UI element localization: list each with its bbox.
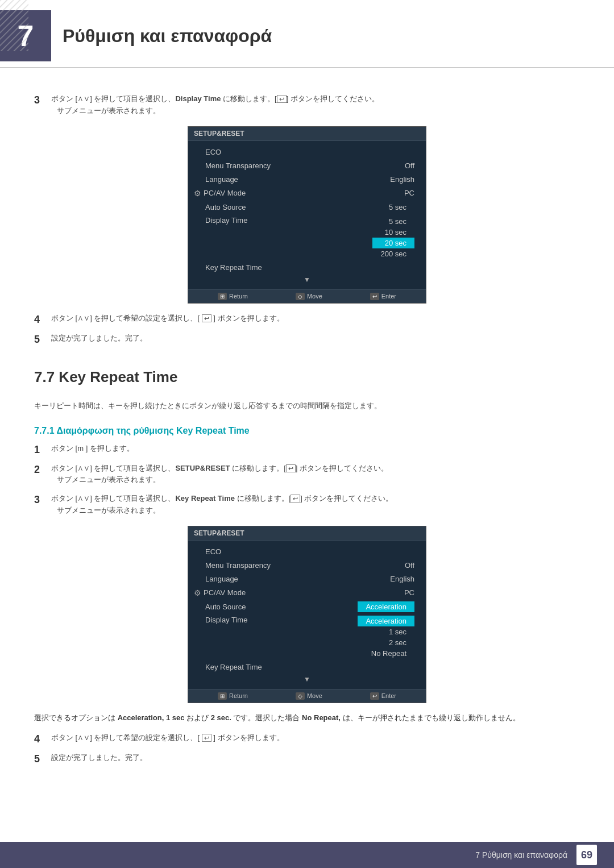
footer-chapter-label: 7 Ρύθμιση και επαναφορά <box>475 850 567 859</box>
page-header: 7 Ρύθμιση και επαναφορά <box>0 0 614 68</box>
note-text: 選択できるオプションは Acceleration, 1 sec および 2 se… <box>34 712 580 724</box>
menu2-keyrepeat-submenu: Acceleration 1 sec 2 sec No Repeat <box>358 616 414 659</box>
menu2-row-eco: ECO <box>188 545 426 559</box>
menu2-body: ECO Menu Transparency Off Language Engli… <box>188 541 426 689</box>
move-label: Move <box>307 293 322 300</box>
menu2-row-autosource: Auto Source Acceleration <box>188 600 426 614</box>
submenu2-acceleration-opt: Acceleration <box>358 616 414 626</box>
step-number-5a: 5 <box>34 334 51 346</box>
menu1-submenu: 5 sec <box>381 202 414 213</box>
submenu1-200sec: 200 sec <box>372 248 414 259</box>
menu1-row-autosource: Auto Source 5 sec <box>188 200 426 214</box>
menu-screenshot-1: SETUP&RESET ECO Menu Transparency Off La… <box>188 126 426 304</box>
menu1-row-eco: ECO <box>188 146 426 159</box>
menu1-title: SETUP&RESET <box>188 127 426 141</box>
menu1-row-keyrepeat: Key Repeat Time <box>188 261 426 275</box>
step-5-keyrepeat: 5 設定が完了しました。完了。 <box>34 752 580 765</box>
section-77-heading: 7.7 Key Repeat Time <box>34 368 580 391</box>
return-label: Return <box>229 293 248 300</box>
footer2-return: ⊞ Return <box>218 692 248 700</box>
step-1-keyrepeat: 1 ボタン [m ] を押します。 <box>34 443 580 456</box>
step-4-display-text: ボタン [∧∨] を押して希望の設定を選択し、[ ↩ ] ボタンを押します。 <box>51 313 580 325</box>
subsection-771-heading: 7.7.1 Διαμόρφωση της ρύθμισης Key Repeat… <box>34 426 580 436</box>
footer-enter: ↩ Enter <box>370 293 396 300</box>
svg-rect-1 <box>0 0 28 51</box>
footer2-move: ◇ Move <box>296 692 322 700</box>
return-label-2: Return <box>229 692 248 699</box>
footer-page-number: 69 <box>576 845 597 865</box>
menu1-footer: ⊞ Return ◇ Move ↩ Enter <box>188 289 426 303</box>
return-icon-2: ⊞ <box>218 692 227 700</box>
step-5-display-text: 設定が完了しました。完了。 <box>51 333 580 344</box>
step-3-keyrepeat: 3 ボタン [∧∨] を押して項目を選択し、Key Repeat Time に移… <box>34 493 580 517</box>
submenu2-1sec: 1 sec <box>358 626 414 637</box>
menu1-row-pcav: ⚙ PC/AV Mode PC <box>188 186 426 200</box>
menu1-row-language: Language English <box>188 173 426 186</box>
footer2-enter: ↩ Enter <box>370 692 396 700</box>
return-icon: ⊞ <box>218 293 227 300</box>
step-3-display: 3 ボタン [∧∨] を押して項目を選択し、Display Time に移動しま… <box>34 93 580 117</box>
submenu2-norepeat: No Repeat <box>358 648 414 659</box>
step-4-keyrepeat: 4 ボタン [∧∨] を押して希望の設定を選択し、[ ↩ ] ボタンを押します。 <box>34 732 580 745</box>
step-3-keyrepeat-text: ボタン [∧∨] を押して項目を選択し、Key Repeat Time に移動し… <box>51 493 580 517</box>
menu1-row-displaytime: Display Time 5 sec 10 sec 20 sec 200 sec <box>188 214 426 261</box>
submenu1-20sec: 20 sec <box>372 238 414 248</box>
menu-screenshot-2: SETUP&RESET ECO Menu Transparency Off La… <box>188 526 426 703</box>
scroll-down-indicator: ▼ <box>188 275 426 285</box>
menu2-title: SETUP&RESET <box>188 526 426 541</box>
enter-icon: ↩ <box>370 293 379 300</box>
menu2-row-language: Language English <box>188 572 426 586</box>
gear-icon-2: ⚙ <box>194 588 201 597</box>
submenu2-acceleration: Acceleration <box>358 601 414 612</box>
section-77-paragraph: キーリピート時間は、キーを押し続けたときにボタンが繰り返し応答するまでの時間間隔… <box>34 400 580 412</box>
step-number-3a: 3 <box>34 94 51 106</box>
main-content: 3 ボタン [∧∨] を押して項目を選択し、Display Time に移動しま… <box>0 68 614 817</box>
step-2-keyrepeat-text: ボタン [∧∨] を押して項目を選択し、SETUP&RESET に移動します。[… <box>51 463 580 487</box>
menu1-display-submenu: 5 sec 10 sec 20 sec 200 sec <box>372 216 414 259</box>
footer-return: ⊞ Return <box>218 293 248 300</box>
step-number-4b: 4 <box>34 733 51 745</box>
page-footer: 7 Ρύθμιση και επαναφορά 69 <box>0 842 614 868</box>
step-number-5b: 5 <box>34 753 51 765</box>
menu2-row-transparency: Menu Transparency Off <box>188 559 426 572</box>
scroll-down-indicator-2: ▼ <box>188 674 426 684</box>
step-number-4a: 4 <box>34 314 51 326</box>
step-1-keyrepeat-text: ボタン [m ] を押します。 <box>51 443 580 455</box>
gear-icon-1: ⚙ <box>194 189 201 198</box>
footer-move: ◇ Move <box>296 293 322 300</box>
chapter-title: Ρύθμιση και επαναφορά <box>63 26 272 47</box>
enter-label: Enter <box>381 293 396 300</box>
move-label-2: Move <box>307 692 322 699</box>
submenu1-5sec: 5 sec <box>381 202 414 213</box>
move-icon: ◇ <box>296 293 305 300</box>
step-2-keyrepeat: 2 ボタン [∧∨] を押して項目を選択し、SETUP&RESET に移動します… <box>34 463 580 487</box>
step-3-display-text: ボタン [∧∨] を押して項目を選択し、Display Time に移動します。… <box>51 93 580 117</box>
menu2-row-displaytime: Display Time Acceleration 1 sec 2 sec No… <box>188 614 426 661</box>
step-4-display: 4 ボタン [∧∨] を押して希望の設定を選択し、[ ↩ ] ボタンを押します。 <box>34 313 580 326</box>
menu2-row-pcav: ⚙ PC/AV Mode PC <box>188 586 426 600</box>
step-5-keyrepeat-text: 設定が完了しました。完了。 <box>51 752 580 764</box>
step-number-3b: 3 <box>34 494 51 506</box>
submenu2-2sec: 2 sec <box>358 637 414 648</box>
menu2-row-keyrepeat: Key Repeat Time <box>188 661 426 674</box>
enter-icon-2: ↩ <box>370 692 379 700</box>
step-number-1b: 1 <box>34 444 51 456</box>
corner-decoration <box>0 0 28 51</box>
enter-label-2: Enter <box>381 692 396 699</box>
submenu1-5sec: 5 sec <box>372 216 414 227</box>
move-icon-2: ◇ <box>296 692 305 700</box>
step-5-display: 5 設定が完了しました。完了。 <box>34 333 580 346</box>
menu2-auto-submenu: Acceleration <box>358 601 414 612</box>
step-4-keyrepeat-text: ボタン [∧∨] を押して希望の設定を選択し、[ ↩ ] ボタンを押します。 <box>51 732 580 744</box>
menu2-footer: ⊞ Return ◇ Move ↩ Enter <box>188 689 426 703</box>
menu1-body: ECO Menu Transparency Off Language Engli… <box>188 141 426 289</box>
submenu1-10sec: 10 sec <box>372 227 414 238</box>
menu1-row-transparency: Menu Transparency Off <box>188 159 426 173</box>
step-number-2b: 2 <box>34 464 51 476</box>
